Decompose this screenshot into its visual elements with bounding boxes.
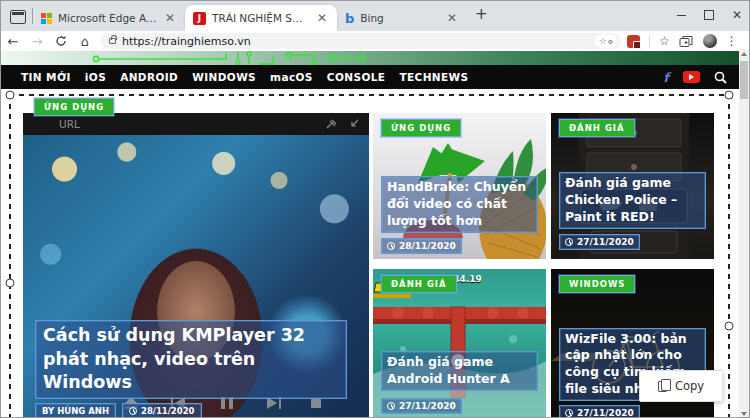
clock-icon [387, 402, 395, 410]
tab-close-icon[interactable]: ✕ [445, 12, 459, 24]
featured-article-card[interactable]: URL Cách sử dụng KMPlayer 32 phát nhạc, … [23, 113, 369, 418]
tab-title: Bing [360, 12, 439, 24]
article-card-handbrake[interactable]: ỨNG DỤNG HandBrake: Chuyển đổi video có … [373, 113, 546, 259]
featured-article-meta: BY HÙNG ANH 28/11/2020 [35, 403, 202, 418]
trainghiemso-favicon-icon: J [193, 12, 206, 25]
bing-favicon-icon: b [345, 12, 354, 25]
tab-actions-icon[interactable] [10, 10, 26, 24]
capture-handle-top-right[interactable] [725, 91, 734, 100]
collections-icon[interactable] [679, 35, 694, 48]
nav-social: f [663, 70, 727, 85]
nav-item-android[interactable]: ANDROID [120, 71, 178, 83]
tab-trainghiemso-active[interactable]: J TRẢI NGHIỆM SỐ - CÔNG NGHỆ ✕ [185, 5, 337, 31]
facebook-icon[interactable]: f [663, 70, 669, 85]
nav-item-macos[interactable]: macOS [270, 71, 313, 83]
favorites-star-icon[interactable]: ☆ [659, 35, 670, 47]
clock-icon [129, 407, 137, 415]
back-icon[interactable]: ← [1, 34, 25, 49]
site-navigation: TIN MỚI iOS ANDROID WINDOWS macOS CONSOL… [1, 65, 741, 89]
publish-date: 27/11/2020 [559, 405, 640, 418]
toolbar-right: ☆ ⋮ [627, 34, 738, 48]
nav-item-console[interactable]: CONSOLE [327, 71, 386, 83]
refresh-icon[interactable] [49, 35, 73, 47]
capture-copy-button[interactable]: Copy [639, 370, 723, 402]
url-text[interactable]: https://trainghiemso.vn [122, 35, 595, 48]
kmplayer-titlebar: URL [23, 113, 369, 135]
category-badge[interactable]: ĐÁNH GIÁ [559, 119, 635, 137]
publish-date: 28/11/2020 [122, 403, 202, 418]
article-title[interactable]: Đánh giá game Chicken Police – Paint it … [559, 172, 706, 229]
tab-close-icon[interactable]: ✕ [315, 12, 329, 24]
menu-dots-icon[interactable]: ⋮ [726, 34, 738, 48]
page-scrollbar [739, 49, 749, 418]
capture-selection-border-right [728, 94, 730, 418]
nav-item-technews[interactable]: TECHNEWS [399, 71, 468, 83]
youtube-icon[interactable] [683, 71, 700, 83]
address-bar[interactable]: https://trainghiemso.vn ☆⚙ [101, 33, 621, 49]
article-title[interactable]: HandBrake: Chuyển đổi video có chất lượn… [381, 176, 538, 233]
resize-icon [349, 119, 359, 129]
tab-title: Microsoft Edge Add-ons - Trendi [58, 12, 157, 24]
article-title[interactable]: Đánh giá game Android Hunter A [381, 351, 538, 391]
adblock-extension-icon[interactable] [627, 35, 640, 48]
capture-handle-left-mid[interactable] [6, 279, 15, 288]
capture-selection-border-top [9, 94, 729, 96]
capture-handle-top-left[interactable] [6, 91, 15, 100]
window-controls: ✕ [667, 1, 750, 29]
home-icon[interactable]: ⌂ [73, 34, 97, 49]
article-card-chicken-police[interactable]: ĐÁNH GIÁ Đánh giá game Chicken Police – … [551, 113, 714, 259]
tab-close-icon[interactable]: ✕ [163, 12, 177, 24]
tab-bing[interactable]: b Bing ✕ [337, 5, 467, 31]
category-badge[interactable]: ỨNG DỤNG [381, 119, 461, 137]
clock-icon [565, 238, 573, 246]
scrollbar-up-arrow-icon[interactable] [741, 52, 747, 56]
copy-button-label: Copy [675, 379, 704, 393]
scrollbar-thumb[interactable] [740, 61, 748, 99]
nav-item-tin-moi[interactable]: TIN MỚI [21, 71, 71, 83]
nav-item-ios[interactable]: iOS [85, 71, 106, 83]
clock-icon [565, 409, 573, 417]
tab-bar: Microsoft Edge Add-ons - Trendi ✕ J TRẢI… [1, 1, 750, 31]
tab-edge-addons[interactable]: Microsoft Edge Add-ons - Trendi ✕ [33, 5, 185, 31]
kmplayer-window-icons [326, 119, 359, 129]
microsoft-logo-icon [41, 13, 52, 24]
publish-date: 27/11/2020 [559, 234, 640, 250]
article-card-android-hunter[interactable]: 03:44.19 ĐÁNH GIÁ Đánh giá game Android … [373, 269, 546, 418]
tab-title: TRẢI NGHIỆM SỐ - CÔNG NGHỆ [212, 12, 309, 24]
category-badge[interactable]: WINDOWS [559, 275, 635, 293]
capture-handle-right-mid[interactable] [725, 322, 734, 331]
publish-date: 27/11/2020 [381, 398, 462, 414]
author-link[interactable]: BY HÙNG ANH [35, 403, 116, 418]
category-badge[interactable]: ĐÁNH GIÁ [381, 275, 457, 293]
circuit-pattern-icon [1, 51, 741, 65]
publish-date: 28/11/2020 [381, 238, 462, 254]
lock-icon[interactable] [109, 38, 116, 44]
new-tab-button[interactable]: + [475, 5, 488, 23]
profile-avatar[interactable] [703, 34, 717, 48]
featured-article-title[interactable]: Cách sử dụng KMPlayer 32 phát nhạc, vide… [35, 320, 347, 399]
page-content: ỨNG DỤNG URL Cách sử dụng KMPlaye [1, 89, 741, 418]
close-button[interactable]: ✕ [723, 1, 750, 29]
kmplayer-url-label: URL [59, 118, 80, 130]
favorites-gear-icon[interactable]: ☆⚙ [595, 34, 617, 48]
capture-selection-border-left [9, 94, 11, 418]
category-badge[interactable]: ỨNG DỤNG [34, 98, 114, 116]
maximize-button[interactable] [695, 1, 723, 29]
copy-icon [658, 381, 667, 392]
browser-window: Microsoft Edge Add-ons - Trendi ✕ J TRẢI… [0, 0, 750, 418]
minimize-button[interactable] [667, 1, 695, 29]
site-header-banner [1, 51, 741, 65]
search-icon[interactable] [714, 71, 727, 84]
nav-item-windows[interactable]: WINDOWS [192, 71, 256, 83]
toolbar-divider [649, 35, 650, 48]
browser-toolbar: ← → ⌂ https://trainghiemso.vn ☆⚙ ☆ ⋮ [1, 31, 750, 51]
clock-icon [387, 242, 395, 250]
pin-icon [326, 119, 337, 129]
scrollbar-down-arrow-icon[interactable] [741, 412, 747, 416]
forward-icon[interactable]: → [25, 34, 49, 49]
nav-links: TIN MỚI iOS ANDROID WINDOWS macOS CONSOL… [21, 71, 469, 83]
